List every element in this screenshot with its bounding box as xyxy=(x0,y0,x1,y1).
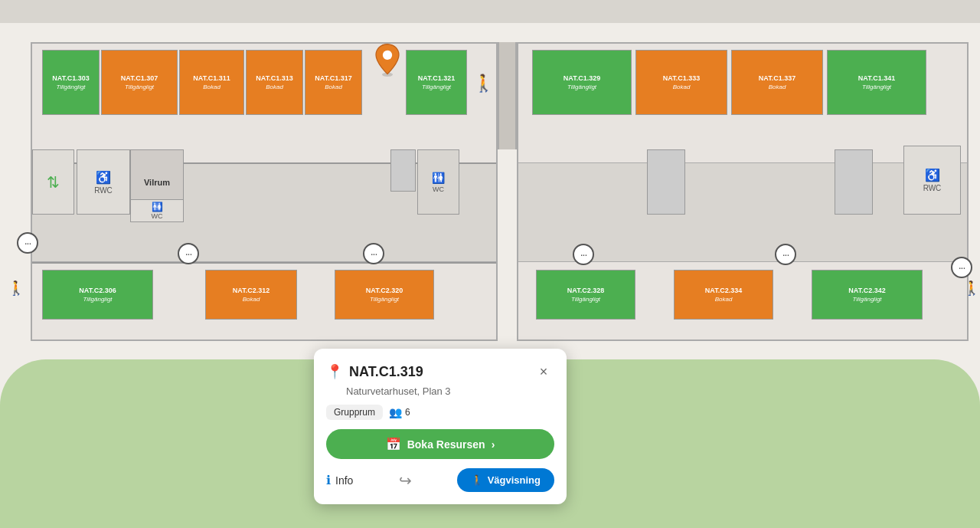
popup-subtitle: Naturvetarhuset, Plan 3 xyxy=(346,385,554,397)
share-button[interactable]: ↪ xyxy=(399,471,412,490)
popup-footer: ℹ Info ↪ 🚶 Vägvisning xyxy=(326,468,554,492)
popup-card: 📍 NAT.C1.319 × Naturvetarhuset, Plan 3 G… xyxy=(314,349,567,504)
utility-right-2 xyxy=(835,149,873,215)
stair-icon-bottom-left: 🚶 xyxy=(8,280,24,297)
svg-point-1 xyxy=(383,51,392,60)
room-nat-c2-328[interactable]: NAT.C2.328 Tillgängligt xyxy=(536,270,635,320)
popup-header: 📍 NAT.C1.319 × xyxy=(326,361,554,382)
rwc-right: ♿ RWC xyxy=(903,146,961,215)
room-nat-c1-303[interactable]: NAT.C1.303 Tillgängligt xyxy=(42,50,100,115)
top-bar xyxy=(0,0,980,23)
room-nat-c1-307[interactable]: NAT.C1.307 Tillgängligt xyxy=(101,50,178,115)
info-icon: ℹ xyxy=(326,473,331,487)
boka-chevron: › xyxy=(492,438,495,451)
boka-resursen-button[interactable]: 📅 Boka Resursen › xyxy=(326,429,554,459)
rwc-left: ♿ RWC xyxy=(77,149,130,215)
wc-left-bottom: 🚻 WC xyxy=(130,199,184,222)
room-type-tag: Grupprum xyxy=(326,405,383,420)
people-icon: 👥 xyxy=(389,406,402,418)
info-button[interactable]: ℹ Info xyxy=(326,473,353,487)
room-nat-c1-317[interactable]: NAT.C1.317 Bokad xyxy=(305,50,362,115)
vagvisning-button[interactable]: 🚶 Vägvisning xyxy=(457,468,554,492)
more-dots-2[interactable]: ··· xyxy=(178,243,199,264)
utility-box xyxy=(390,149,416,192)
room-nat-c1-311[interactable]: NAT.C1.311 Bokad xyxy=(179,50,244,115)
boka-label: Boka Resursen xyxy=(407,438,485,451)
walk-icon: 🚶 xyxy=(471,474,483,486)
more-dots-5[interactable]: ··· xyxy=(775,244,796,265)
room-nat-c2-342[interactable]: NAT.C2.342 Tillgängligt xyxy=(812,270,923,320)
room-nat-c1-337[interactable]: NAT.C1.337 Bokad xyxy=(731,50,823,115)
room-nat-c2-312[interactable]: NAT.C2.312 Bokad xyxy=(205,270,297,320)
popup-tags: Grupprum 👥 6 xyxy=(326,405,554,420)
vagvisning-label: Vägvisning xyxy=(488,474,541,486)
room-nat-c1-329[interactable]: NAT.C1.329 Tillgängligt xyxy=(532,50,632,115)
room-nat-c1-341[interactable]: NAT.C1.341 Tillgängligt xyxy=(827,50,926,115)
passageway xyxy=(498,42,517,149)
capacity-value: 6 xyxy=(405,407,410,418)
room-nat-c1-333[interactable]: NAT.C1.333 Bokad xyxy=(635,50,727,115)
location-pin[interactable] xyxy=(374,43,401,77)
popup-title-row: 📍 NAT.C1.319 xyxy=(326,363,423,380)
share-icon: ↪ xyxy=(399,472,412,489)
room-nat-c2-334[interactable]: NAT.C2.334 Bokad xyxy=(674,270,773,320)
stair-icon-bottom-right: 🚶 xyxy=(963,280,980,297)
room-nat-c1-313[interactable]: NAT.C1.313 Bokad xyxy=(246,50,303,115)
elevator-area: ⇅ xyxy=(32,149,74,215)
popup-location-icon: 📍 xyxy=(326,363,343,380)
calendar-icon: 📅 xyxy=(386,437,401,451)
utility-right-1 xyxy=(647,149,685,215)
info-label: Info xyxy=(335,474,353,487)
map-background: NAT.C1.303 Tillgängligt NAT.C1.307 Tillg… xyxy=(0,0,980,528)
more-dots-1[interactable]: ··· xyxy=(17,232,38,254)
more-dots-3[interactable]: ··· xyxy=(363,243,384,264)
more-dots-6[interactable]: ··· xyxy=(951,257,972,278)
room-nat-c1-321[interactable]: NAT.C1.321 Tillgängligt xyxy=(406,50,467,115)
capacity-tag: 👥 6 xyxy=(389,406,410,418)
stair-icon-left: 🚶 xyxy=(473,74,494,93)
room-nat-c2-320[interactable]: NAT.C2.320 Tillgängligt xyxy=(335,270,434,320)
popup-close-button[interactable]: × xyxy=(533,361,554,382)
room-nat-c2-306[interactable]: NAT.C2.306 Tillgängligt xyxy=(42,270,153,320)
more-dots-4[interactable]: ··· xyxy=(573,244,594,265)
wc-right: 🚻 WC xyxy=(417,149,459,215)
popup-title: NAT.C1.319 xyxy=(349,364,423,380)
